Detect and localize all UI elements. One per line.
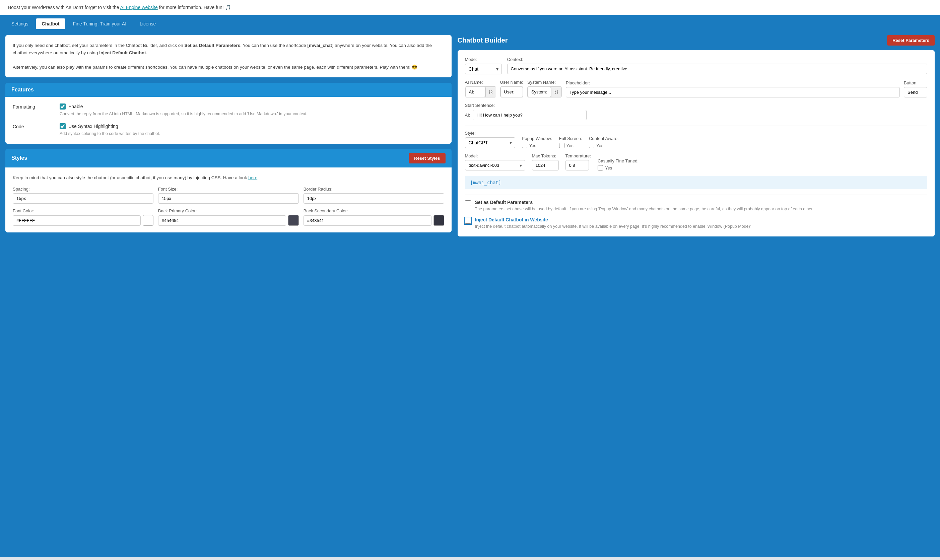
start-sentence-input[interactable] xyxy=(473,110,586,120)
chatbot-builder-title: Chatbot Builder xyxy=(458,37,508,44)
context-input[interactable] xyxy=(507,64,927,74)
info-bold-1: Set as Default Parameters xyxy=(185,43,240,48)
model-select[interactable]: text-davinci-003 gpt-3.5-turbo gpt-4 xyxy=(465,160,525,171)
features-body: Formatting Enable Convert the reply from… xyxy=(5,97,452,144)
formatting-desc: Convert the reply from the AI into HTML.… xyxy=(60,111,444,117)
ai-name-icon-btn[interactable]: ⌇⌇ xyxy=(485,88,496,97)
back-primary-input[interactable] xyxy=(158,215,286,226)
tabs-bar: Settings Chatbot Fine Tuning: Train your… xyxy=(0,15,940,29)
system-name-input-wrap: ⌇⌇ xyxy=(527,86,562,97)
spacing-input[interactable] xyxy=(13,193,154,204)
styles-title: Styles xyxy=(11,155,27,161)
context-field: Context: xyxy=(507,57,927,74)
right-panel: Chatbot Builder Reset Parameters Mode: C… xyxy=(458,35,935,551)
fine-tuned-checkbox[interactable] xyxy=(598,165,603,171)
inject-chatbot-checkbox[interactable] xyxy=(465,218,471,224)
fullscreen-field: Full Screen: Yes xyxy=(559,136,582,148)
style-select[interactable]: ChatGPT Classic Bubble xyxy=(465,137,515,148)
ai-name-input[interactable] xyxy=(465,87,485,97)
builder-card: Mode: Chat Assistant Agent ▾ Context: xyxy=(458,50,935,237)
context-label: Context: xyxy=(507,57,927,62)
back-primary-group xyxy=(158,215,299,226)
temperature-input[interactable] xyxy=(566,160,589,171)
fullscreen-checkbox[interactable] xyxy=(559,143,565,148)
default-params-desc: The parameters set above will be used by… xyxy=(475,206,814,212)
popup-yes-label: Yes xyxy=(529,143,536,148)
mode-label: Mode: xyxy=(465,57,502,62)
back-secondary-swatch[interactable] xyxy=(434,215,444,226)
popup-checkbox[interactable] xyxy=(522,143,527,148)
mode-select[interactable]: Chat Assistant Agent xyxy=(465,64,502,74)
info-text-1: If you only need one chatbot, set your p… xyxy=(13,43,185,48)
ai-name-input-wrap: ⌇⌇ xyxy=(465,86,496,97)
content-aware-checkbox-wrap: Yes xyxy=(589,143,619,148)
builder-row-3b: AI: xyxy=(465,110,927,120)
inject-text: Inject Default Chatbot in Website Inject… xyxy=(475,217,751,230)
system-name-icon-btn[interactable]: ⌇⌇ xyxy=(551,88,562,97)
system-name-label: System Name: xyxy=(527,80,562,85)
styles-section: Styles Reset Styles Keep in mind that yo… xyxy=(5,149,452,233)
mode-field: Mode: Chat Assistant Agent ▾ xyxy=(465,57,502,74)
user-name-input[interactable] xyxy=(500,87,523,97)
font-color-input[interactable] xyxy=(13,215,141,226)
placeholder-input[interactable] xyxy=(566,87,900,97)
system-name-input[interactable] xyxy=(528,87,551,97)
tab-fine-tuning[interactable]: Fine Tuning: Train your AI xyxy=(67,18,132,29)
popup-field: Popup Window: Yes xyxy=(522,136,552,148)
inject-label: Inject Default Chatbot in Website xyxy=(475,217,548,222)
font-color-label: Font Color: xyxy=(13,208,154,213)
back-secondary-input[interactable] xyxy=(303,215,431,226)
back-secondary-field: Back Secondary Color: xyxy=(303,208,444,226)
max-tokens-field: Max Tokens: xyxy=(532,154,559,171)
max-tokens-label: Max Tokens: xyxy=(532,154,559,158)
default-params-checkbox[interactable] xyxy=(465,200,471,206)
code-checkbox[interactable] xyxy=(60,123,66,129)
border-radius-input[interactable] xyxy=(303,193,444,204)
back-primary-field: Back Primary Color: xyxy=(158,208,299,226)
builder-row-1: Mode: Chat Assistant Agent ▾ Context: xyxy=(465,57,927,74)
user-name-field: User Name: xyxy=(500,80,523,97)
font-size-label: Font Size: xyxy=(158,186,299,192)
start-sentence-label: Start Sentence: xyxy=(465,103,495,108)
back-secondary-label: Back Secondary Color: xyxy=(303,208,444,213)
font-color-swatch[interactable] xyxy=(143,215,154,226)
code-checkbox-label: Use Syntax Highlighting xyxy=(68,124,118,129)
fine-tuned-label: Casually Fine Tuned: xyxy=(598,158,638,163)
left-panel: If you only need one chatbot, set your p… xyxy=(5,35,452,551)
formatting-checkbox-label: Enable xyxy=(68,104,83,109)
formatting-checkbox[interactable] xyxy=(60,103,66,109)
code-desc: Add syntax coloring to the code written … xyxy=(60,131,444,137)
spacing-field: Spacing: xyxy=(13,186,154,204)
content-aware-checkbox[interactable] xyxy=(589,143,594,148)
style-label: Style: xyxy=(465,131,515,135)
font-size-input[interactable] xyxy=(158,193,299,204)
feature-code-options: Use Syntax Highlighting Add syntax color… xyxy=(60,123,444,137)
spacing-label: Spacing: xyxy=(13,186,154,192)
info-text-4: . xyxy=(146,50,148,55)
divider-2 xyxy=(465,195,927,195)
styles-desc-1: Keep in mind that you can also style the… xyxy=(13,175,248,180)
info-box: If you only need one chatbot, set your p… xyxy=(5,35,452,77)
tab-settings[interactable]: Settings xyxy=(5,18,34,29)
temperature-label: Temperature: xyxy=(566,154,591,158)
max-tokens-input[interactable] xyxy=(532,160,559,171)
builder-row-3: Start Sentence: xyxy=(465,103,927,108)
placeholder-field: Placeholder: xyxy=(566,80,900,97)
tab-license[interactable]: License xyxy=(134,18,162,29)
font-size-field: Font Size: xyxy=(158,186,299,204)
features-title: Features xyxy=(11,87,34,93)
fullscreen-checkbox-wrap: Yes xyxy=(559,143,582,148)
back-primary-swatch[interactable] xyxy=(288,215,299,226)
reset-styles-button[interactable]: Reset Styles xyxy=(409,153,445,163)
button-input[interactable] xyxy=(904,87,927,97)
feature-code-label: Code xyxy=(13,123,53,129)
divider-1 xyxy=(465,126,927,126)
styles-link[interactable]: here xyxy=(248,175,257,180)
banner-link[interactable]: AI Engine website xyxy=(120,5,158,10)
right-header: Chatbot Builder Reset Parameters xyxy=(458,35,935,46)
banner-text-after: for more information. Have fun! 🎵 xyxy=(159,5,231,10)
features-header: Features xyxy=(5,83,452,97)
reset-parameters-button[interactable]: Reset Parameters xyxy=(887,35,935,46)
tab-chatbot[interactable]: Chatbot xyxy=(36,18,66,29)
feature-formatting-label: Formatting xyxy=(13,103,53,109)
